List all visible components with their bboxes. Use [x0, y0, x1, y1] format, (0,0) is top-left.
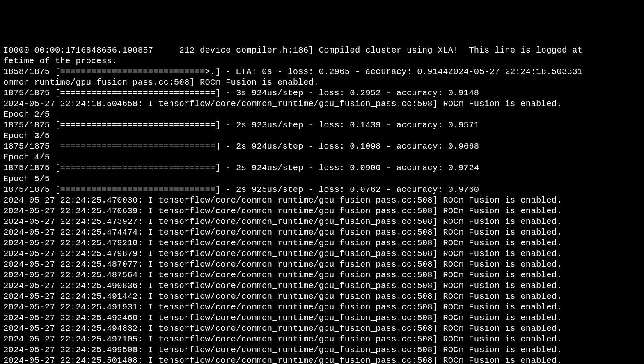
- terminal-line: 2024-05-27 22:24:25.473927: I tensorflow…: [3, 217, 641, 227]
- terminal-line: 2024-05-27 22:24:25.490836: I tensorflow…: [3, 281, 641, 291]
- terminal-line: Epoch 3/5: [3, 131, 641, 141]
- terminal-line: 1875/1875 [=============================…: [3, 88, 641, 99]
- terminal-line: 2024-05-27 22:24:25.492460: I tensorflow…: [3, 313, 641, 323]
- terminal-line: 2024-05-27 22:24:25.491442: I tensorflow…: [3, 291, 641, 302]
- terminal-line: 2024-05-27 22:24:25.470639: I tensorflow…: [3, 206, 641, 217]
- terminal-line: 2024-05-27 22:24:25.474474: I tensorflow…: [3, 227, 641, 238]
- terminal-line: 1875/1875 [=============================…: [3, 163, 641, 173]
- terminal-line: 2024-05-27 22:24:25.470030: I tensorflow…: [3, 195, 641, 206]
- terminal-line: 2024-05-27 22:24:18.504658: I tensorflow…: [3, 99, 641, 109]
- terminal-line: Epoch 4/5: [3, 152, 641, 163]
- terminal-line: 1875/1875 [=============================…: [3, 120, 641, 131]
- terminal-line: ommon_runtime/gpu_fusion_pass.cc:508] RO…: [3, 77, 641, 88]
- terminal-line: 2024-05-27 22:24:25.501408: I tensorflow…: [3, 355, 641, 364]
- terminal-line: 2024-05-27 22:24:25.487564: I tensorflow…: [3, 270, 641, 281]
- terminal-output[interactable]: I0000 00:00:1716848656.190857 212 device…: [3, 45, 641, 364]
- terminal-line: 2024-05-27 22:24:25.499508: I tensorflow…: [3, 345, 641, 355]
- terminal-line: 2024-05-27 22:24:25.479210: I tensorflow…: [3, 238, 641, 249]
- terminal-line: 2024-05-27 22:24:25.497105: I tensorflow…: [3, 334, 641, 345]
- terminal-line: 2024-05-27 22:24:25.479879: I tensorflow…: [3, 249, 641, 259]
- terminal-line: 1875/1875 [=============================…: [3, 184, 641, 195]
- terminal-line: 2024-05-27 22:24:25.487077: I tensorflow…: [3, 259, 641, 270]
- terminal-line: 1875/1875 [=============================…: [3, 141, 641, 152]
- terminal-line: Epoch 5/5: [3, 174, 641, 184]
- terminal-line: 1858/1875 [============================>…: [3, 67, 641, 77]
- terminal-line: 2024-05-27 22:24:25.494832: I tensorflow…: [3, 323, 641, 334]
- terminal-line: fetime of the process.: [3, 56, 641, 67]
- terminal-line: 2024-05-27 22:24:25.491931: I tensorflow…: [3, 302, 641, 313]
- terminal-line: Epoch 2/5: [3, 109, 641, 120]
- terminal-line: I0000 00:00:1716848656.190857 212 device…: [3, 45, 641, 56]
